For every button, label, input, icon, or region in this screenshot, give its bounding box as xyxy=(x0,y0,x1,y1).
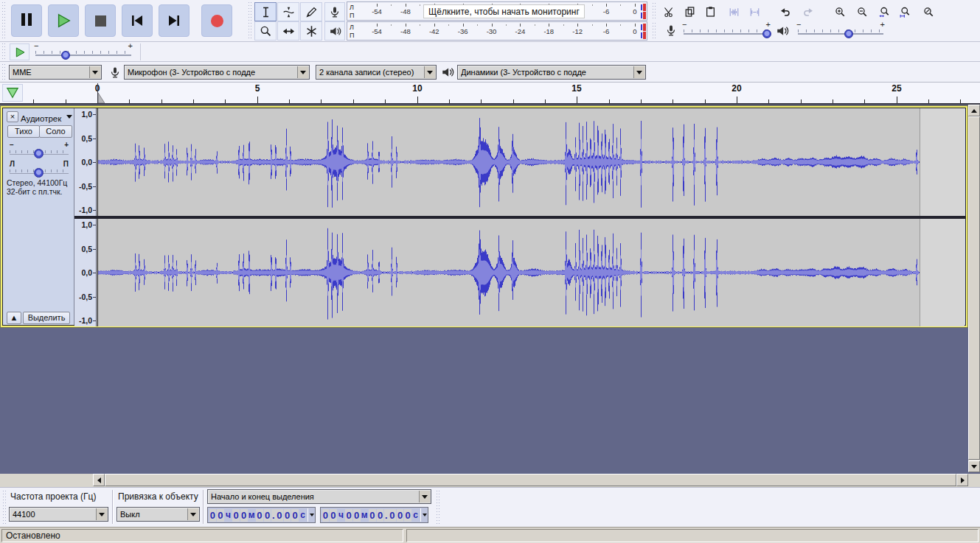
pause-button[interactable] xyxy=(11,4,42,37)
monitoring-tooltip[interactable]: Щёлкните, чтобы начать мониторинг xyxy=(423,4,585,18)
trim-audio-button[interactable] xyxy=(724,3,744,21)
time-digit[interactable]: 0 xyxy=(284,509,291,522)
tools-toolbar-grip[interactable] xyxy=(248,2,252,39)
playback-volume-slider[interactable]: − + xyxy=(796,21,885,41)
cut-button[interactable] xyxy=(659,3,679,21)
zoom-in-button[interactable] xyxy=(830,3,850,21)
device-toolbar-grip[interactable] xyxy=(1,64,6,80)
record-button[interactable] xyxy=(201,4,232,37)
scroll-down-button[interactable] xyxy=(968,460,980,472)
record-meter-mic-button[interactable] xyxy=(324,2,345,21)
copy-button[interactable] xyxy=(680,3,700,21)
track-area[interactable]: × Аудиотрек Тихо Соло − + Л xyxy=(0,105,980,474)
skip-to-end-button[interactable] xyxy=(159,4,190,37)
track-pan-slider[interactable]: Л П xyxy=(8,160,70,179)
dropdown-arrow-icon[interactable] xyxy=(424,66,435,78)
vertical-scale-channel-2[interactable]: 1,00,50,0-0,5-1,0 xyxy=(74,219,97,326)
recording-channels-dropdown[interactable]: 2 канала записи (стерео) xyxy=(316,65,437,80)
recording-device-dropdown[interactable]: Микрофон (3- Устройство с подде xyxy=(124,65,310,80)
vertical-scrollbar-thumb[interactable] xyxy=(968,116,980,460)
playhead-marker-icon[interactable] xyxy=(98,93,105,103)
dropdown-arrow-icon[interactable] xyxy=(633,66,644,78)
recording-volume-slider[interactable]: − + xyxy=(682,21,771,41)
playback-device-dropdown[interactable]: Динамики (3- Устройство с подде xyxy=(457,65,646,80)
time-digit[interactable]: 0 xyxy=(264,509,271,522)
redo-button[interactable] xyxy=(798,3,818,21)
envelope-tool-button[interactable] xyxy=(277,2,299,21)
playback-meter-speaker-button[interactable] xyxy=(324,21,345,41)
stop-button[interactable] xyxy=(85,4,116,37)
silence-audio-button[interactable] xyxy=(745,3,765,21)
horizontal-scrollbar[interactable] xyxy=(93,474,968,486)
time-digit[interactable]: 0 xyxy=(291,509,299,522)
recording-meter[interactable]: Л П -54-48-42-36-30-24-18-12-60Щёлкните,… xyxy=(347,1,647,21)
scroll-left-button[interactable] xyxy=(93,474,105,486)
audio-host-dropdown[interactable]: MME xyxy=(9,65,102,80)
time-shift-tool-button[interactable] xyxy=(277,21,299,41)
snap-to-dropdown[interactable]: Выкл xyxy=(117,507,200,522)
play-at-speed-button[interactable] xyxy=(10,43,29,60)
play-speed-thumb[interactable] xyxy=(61,51,70,60)
draw-tool-button[interactable] xyxy=(300,2,322,21)
time-digit[interactable]: 0 xyxy=(322,509,330,522)
selection-end-field[interactable]: 00ч00м00.000с xyxy=(320,507,428,523)
track-pan-thumb[interactable] xyxy=(34,168,44,178)
track-select-button[interactable]: Выделить xyxy=(23,312,70,324)
horizontal-scrollbar-thumb[interactable] xyxy=(105,474,956,486)
zoom-tool-button[interactable] xyxy=(254,21,277,41)
vertical-scale-channel-1[interactable]: 1,00,50,0-0,5-1,0 xyxy=(74,108,97,216)
time-digit[interactable]: 0 xyxy=(276,509,283,522)
track-close-button[interactable]: × xyxy=(7,111,18,122)
skip-to-start-button[interactable] xyxy=(122,4,153,37)
playback-volume-thumb[interactable] xyxy=(844,29,853,38)
mixer-toolbar-grip[interactable] xyxy=(652,23,656,40)
playback-meter[interactable]: Л П -54-48-42-36-30-24-18-12-60 xyxy=(347,21,647,41)
track-gain-slider[interactable]: − + xyxy=(8,141,70,160)
zoom-toggle-button[interactable] xyxy=(919,3,939,21)
quick-play-button[interactable] xyxy=(2,84,23,102)
time-digit[interactable]: 0 xyxy=(232,509,240,522)
solo-button[interactable]: Соло xyxy=(39,125,72,138)
time-digit[interactable]: . xyxy=(384,509,389,522)
time-digit[interactable]: 0 xyxy=(397,509,404,522)
multi-tool-button[interactable] xyxy=(300,21,322,41)
time-digit[interactable]: 0 xyxy=(209,509,217,522)
paste-button[interactable] xyxy=(701,3,720,21)
play-button[interactable] xyxy=(48,4,79,37)
track-control-panel[interactable]: × Аудиотрек Тихо Соло − + Л xyxy=(3,108,74,325)
dropdown-arrow-icon[interactable] xyxy=(419,491,430,502)
mute-button[interactable]: Тихо xyxy=(7,125,40,138)
fit-selection-button[interactable] xyxy=(875,3,894,21)
selection-start-field[interactable]: 00ч00м00.000с xyxy=(207,507,316,523)
selection-mode-dropdown[interactable]: Начало и конец выделения xyxy=(207,489,431,504)
vertical-scrollbar[interactable] xyxy=(968,105,980,472)
time-digit[interactable]: 0 xyxy=(377,509,384,522)
edit-toolbar-grip[interactable] xyxy=(652,3,656,20)
time-digit[interactable]: 0 xyxy=(240,509,248,522)
play-at-speed-grip[interactable] xyxy=(1,43,6,60)
time-format-dropdown-arrow[interactable] xyxy=(307,508,314,522)
time-digit[interactable]: 0 xyxy=(217,509,224,522)
audio-track[interactable]: × Аудиотрек Тихо Соло − + Л xyxy=(0,105,968,328)
time-format-dropdown-arrow[interactable] xyxy=(420,508,427,522)
scroll-up-button[interactable] xyxy=(968,105,980,116)
waveform-channel-2[interactable] xyxy=(97,219,965,326)
fit-project-button[interactable] xyxy=(895,3,915,21)
time-digit[interactable]: 0 xyxy=(353,509,361,522)
project-rate-dropdown[interactable]: 44100 xyxy=(9,507,108,522)
time-toolbar-grip[interactable] xyxy=(436,491,440,524)
time-digit[interactable]: 0 xyxy=(404,509,411,522)
undo-button[interactable] xyxy=(776,3,796,21)
scroll-right-button[interactable] xyxy=(956,474,968,486)
time-digit[interactable]: 0 xyxy=(256,509,263,522)
selection-tool-button[interactable] xyxy=(254,2,277,21)
dropdown-arrow-icon[interactable] xyxy=(89,66,100,78)
transport-toolbar-grip[interactable] xyxy=(1,2,6,39)
selection-toolbar-grip[interactable] xyxy=(2,491,7,524)
timeline-ruler[interactable]: 0510152025 xyxy=(0,83,980,105)
time-digit[interactable]: 0 xyxy=(389,509,396,522)
zoom-out-button[interactable] xyxy=(852,3,872,21)
track-gain-thumb[interactable] xyxy=(34,149,44,158)
time-digit[interactable]: 0 xyxy=(369,509,376,522)
play-speed-slider[interactable]: − + xyxy=(34,43,133,62)
